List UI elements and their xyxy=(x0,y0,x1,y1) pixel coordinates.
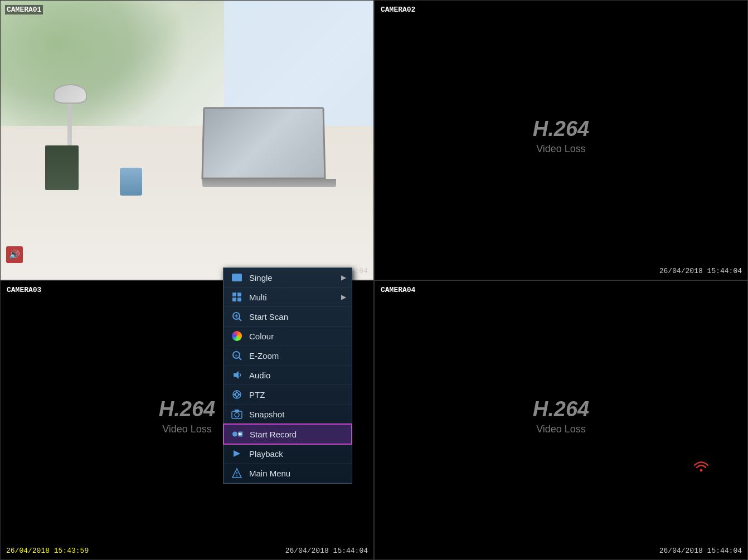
menu-item-colour[interactable]: Colour xyxy=(224,327,352,346)
context-menu: Single ▶ Multi ▶ Start Scan Colour xyxy=(223,267,352,484)
menu-item-main-menu[interactable]: Main Menu xyxy=(224,464,352,483)
camera01-feed xyxy=(1,1,373,280)
menu-item-snapshot[interactable]: Snapshot xyxy=(224,405,352,424)
menu-mainmenu-label: Main Menu xyxy=(249,469,345,478)
camera04-codec: H.264 xyxy=(533,397,589,421)
camera04-loss: Video Loss xyxy=(533,423,589,435)
camera04-timestamp: 26/04/2018 15:44:04 xyxy=(659,547,742,555)
menu-item-audio[interactable]: Audio xyxy=(224,366,352,385)
camera02-codec: H.264 xyxy=(533,117,589,141)
menu-item-start-record[interactable]: Start Record xyxy=(223,423,352,445)
camera03-status: H.264 Video Loss xyxy=(159,397,215,435)
camera01-cell[interactable]: CAMERA01 26/04/2018 15:44:04 xyxy=(0,0,374,280)
svg-point-0 xyxy=(700,469,703,471)
menu-record-label: Start Record xyxy=(250,430,344,439)
menu-item-playback[interactable]: Playback xyxy=(224,444,352,464)
multi-icon xyxy=(230,291,244,303)
menu-item-ptz[interactable]: PTZ xyxy=(224,385,352,405)
menu-playback-label: Playback xyxy=(249,449,345,459)
camera03-label: CAMERA03 xyxy=(5,285,43,295)
svg-point-15 xyxy=(235,413,239,417)
camera03-codec: H.264 xyxy=(159,397,215,421)
svg-point-17 xyxy=(232,431,237,436)
svg-marker-20 xyxy=(234,450,240,457)
menu-item-multi[interactable]: Multi ▶ xyxy=(224,288,352,307)
menu-ptz-label: PTZ xyxy=(249,390,345,400)
svg-rect-16 xyxy=(235,410,239,412)
menu-item-single[interactable]: Single ▶ xyxy=(224,268,352,288)
camera02-label: CAMERA02 xyxy=(379,5,417,14)
ezoom-icon: + xyxy=(230,350,244,361)
svg-point-23 xyxy=(236,475,237,476)
ptz-icon xyxy=(230,389,244,400)
camera02-loss: Video Loss xyxy=(533,143,589,155)
camera03-timestamp-yellow: 26/04/2018 15:43:59 xyxy=(6,547,89,555)
camera-grid: CAMERA01 26/04/2018 15:44:04 CAMERA02 H.… xyxy=(0,0,748,560)
single-arrow: ▶ xyxy=(341,274,346,281)
menu-scan-label: Start Scan xyxy=(249,312,345,322)
menu-ezoom-label: E-Zoom xyxy=(249,351,345,361)
svg-marker-8 xyxy=(234,371,239,379)
camera02-status: H.264 Video Loss xyxy=(533,117,589,155)
colour-icon xyxy=(230,330,244,342)
record-icon xyxy=(231,428,244,440)
scan-icon xyxy=(230,311,244,322)
playback-icon xyxy=(230,448,244,459)
menu-multi-label: Multi xyxy=(249,293,345,302)
menu-item-ezoom[interactable]: + E-Zoom xyxy=(224,346,352,366)
camera02-cell[interactable]: CAMERA02 H.264 Video Loss 26/04/2018 15:… xyxy=(374,0,748,280)
camera03-timestamp: 26/04/2018 15:44:04 xyxy=(285,547,368,555)
menu-snapshot-label: Snapshot xyxy=(249,410,345,419)
menu-single-label: Single xyxy=(249,273,345,283)
mainmenu-icon xyxy=(230,468,244,479)
wifi-icon xyxy=(692,456,710,476)
menu-item-start-scan[interactable]: Start Scan xyxy=(224,307,352,327)
audio-menu-icon xyxy=(230,369,244,381)
camera04-status: H.264 Video Loss xyxy=(533,397,589,435)
svg-text:+: + xyxy=(235,353,237,358)
svg-line-6 xyxy=(239,357,241,360)
audio-icon xyxy=(6,246,23,263)
snapshot-icon xyxy=(230,408,244,420)
menu-audio-label: Audio xyxy=(249,371,345,380)
camera04-cell[interactable]: CAMERA04 H.264 Video Loss 26/04/2018 15:… xyxy=(374,280,748,561)
camera04-label: CAMERA04 xyxy=(379,285,417,295)
multi-arrow: ▶ xyxy=(341,293,346,301)
camera01-label: CAMERA01 xyxy=(5,5,43,14)
camera02-timestamp: 26/04/2018 15:44:04 xyxy=(659,267,742,275)
menu-colour-label: Colour xyxy=(249,332,345,341)
single-icon xyxy=(230,272,244,283)
svg-line-2 xyxy=(239,318,241,321)
camera03-loss: Video Loss xyxy=(159,423,215,435)
